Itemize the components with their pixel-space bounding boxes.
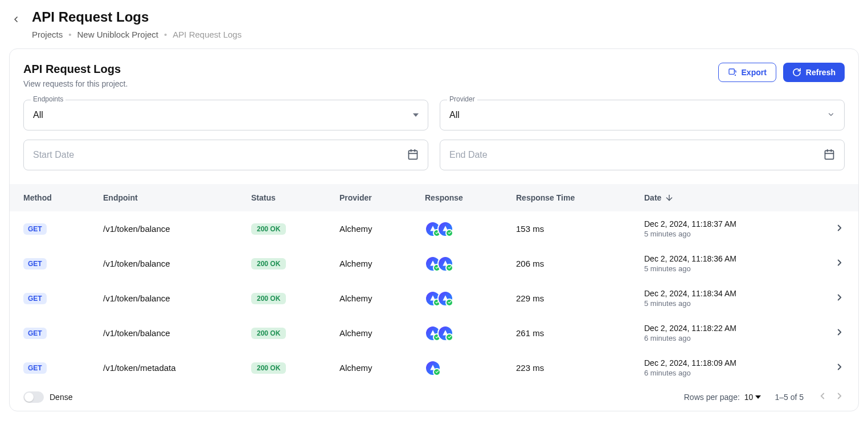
breadcrumb-projects[interactable]: Projects (32, 30, 63, 39)
svg-rect-0 (729, 69, 734, 74)
start-date-input[interactable]: Start Date (23, 140, 428, 170)
status-badge: 200 OK (251, 328, 286, 339)
refresh-label: Refresh (806, 68, 836, 77)
cell-endpoint: /v1/token/metadata (103, 363, 251, 373)
cell-response-time: 223 ms (516, 363, 644, 373)
check-badge-icon (445, 299, 453, 307)
chevron-left-icon (817, 391, 828, 401)
export-button[interactable]: Export (718, 63, 776, 82)
next-page-button[interactable] (834, 391, 845, 403)
col-header-response[interactable]: Response (425, 193, 516, 202)
expand-row-button[interactable] (834, 295, 845, 304)
cell-response-time: 261 ms (516, 328, 644, 338)
end-date-input[interactable]: End Date (440, 140, 845, 170)
pagination-range: 1–5 of 5 (775, 393, 804, 402)
export-icon (728, 68, 737, 77)
refresh-button[interactable]: Refresh (783, 63, 845, 82)
calendar-icon (407, 149, 419, 162)
table-row[interactable]: GET /v1/token/balance 200 OK Alchemy 261… (10, 316, 858, 350)
cell-response-time: 206 ms (516, 259, 644, 268)
page-title: API Request Logs (32, 9, 241, 25)
cell-provider: Alchemy (339, 224, 425, 234)
rows-per-page-select[interactable]: 10 (744, 393, 761, 402)
svg-rect-5 (825, 150, 834, 159)
breadcrumb-separator: • (68, 30, 71, 39)
chevron-right-icon (834, 223, 845, 233)
status-badge: 200 OK (251, 223, 286, 235)
expand-row-button[interactable] (834, 364, 845, 374)
start-date-placeholder: Start Date (33, 150, 74, 160)
cell-endpoint: /v1/token/balance (103, 224, 251, 234)
method-badge: GET (23, 223, 47, 235)
col-header-status[interactable]: Status (251, 193, 339, 202)
card-subtitle: View requests for this project. (23, 79, 128, 88)
refresh-icon (792, 68, 801, 77)
provider-select[interactable]: Provider All (440, 100, 845, 130)
table-header-row: Method Endpoint Status Provider Response… (10, 184, 858, 211)
provider-chain-icon (437, 256, 453, 272)
col-header-method[interactable]: Method (23, 193, 103, 202)
svg-rect-1 (409, 150, 417, 159)
method-badge: GET (23, 258, 47, 270)
table-row[interactable]: GET /v1/token/balance 200 OK Alchemy 153… (10, 211, 858, 246)
chevron-right-icon (834, 391, 845, 401)
provider-label: Provider (447, 95, 477, 103)
back-button[interactable] (9, 13, 23, 26)
cell-date: Dec 2, 2024, 11:18:22 AM (644, 324, 736, 333)
provider-chain-icon (437, 291, 453, 307)
table-row[interactable]: GET /v1/token/metadata 200 OK Alchemy 22… (10, 350, 858, 385)
col-header-endpoint[interactable]: Endpoint (103, 193, 251, 202)
table-row[interactable]: GET /v1/token/balance 200 OK Alchemy 206… (10, 246, 858, 281)
expand-row-button[interactable] (834, 225, 845, 235)
check-badge-icon (445, 264, 453, 272)
provider-value: All (449, 110, 460, 120)
col-header-date-label: Date (644, 193, 661, 202)
breadcrumb-separator: • (164, 30, 167, 39)
cell-endpoint: /v1/token/balance (103, 259, 251, 268)
status-badge: 200 OK (251, 258, 286, 270)
cell-date-ago: 6 minutes ago (644, 334, 736, 342)
col-header-date[interactable]: Date (644, 193, 822, 202)
check-badge-icon (433, 368, 441, 376)
dense-label: Dense (50, 393, 72, 402)
cell-provider: Alchemy (339, 363, 425, 373)
provider-chain-icon (425, 360, 441, 376)
cell-date: Dec 2, 2024, 11:18:09 AM (644, 358, 736, 368)
endpoints-value: All (33, 110, 43, 120)
response-icons (425, 325, 516, 341)
cell-date-ago: 6 minutes ago (644, 369, 736, 377)
sort-desc-icon (665, 193, 674, 202)
provider-chain-icon (437, 221, 453, 237)
breadcrumb: Projects • New Uniblock Project • API Re… (32, 30, 241, 39)
col-header-response-time[interactable]: Response Time (516, 193, 644, 202)
expand-row-button[interactable] (834, 329, 845, 339)
card-title: API Request Logs (23, 63, 128, 76)
chevron-right-icon (834, 292, 845, 303)
export-label: Export (742, 68, 767, 77)
expand-row-button[interactable] (834, 260, 845, 270)
cell-provider: Alchemy (339, 293, 425, 303)
breadcrumb-project-name[interactable]: New Uniblock Project (77, 30, 158, 39)
col-header-provider[interactable]: Provider (339, 193, 425, 202)
endpoints-label: Endpoints (31, 95, 65, 103)
status-badge: 200 OK (251, 293, 286, 304)
cell-date: Dec 2, 2024, 11:18:34 AM (644, 289, 736, 298)
method-badge: GET (23, 362, 47, 374)
check-badge-icon (445, 333, 453, 341)
response-icons (425, 221, 516, 237)
table-row[interactable]: GET /v1/token/balance 200 OK Alchemy 229… (10, 281, 858, 316)
cell-date-ago: 5 minutes ago (644, 230, 736, 238)
cell-endpoint: /v1/token/balance (103, 293, 251, 303)
dense-toggle[interactable] (23, 391, 44, 403)
cell-response-time: 229 ms (516, 293, 644, 303)
endpoints-select[interactable]: Endpoints All (23, 100, 428, 130)
chevron-right-icon (834, 327, 845, 337)
rows-per-page-label: Rows per page: (684, 393, 740, 402)
method-badge: GET (23, 293, 47, 304)
chevron-right-icon (834, 258, 845, 268)
cell-provider: Alchemy (339, 328, 425, 338)
rows-per-page-value: 10 (744, 393, 754, 402)
response-icons (425, 291, 516, 307)
cell-date: Dec 2, 2024, 11:18:37 AM (644, 219, 736, 228)
prev-page-button[interactable] (817, 391, 828, 403)
